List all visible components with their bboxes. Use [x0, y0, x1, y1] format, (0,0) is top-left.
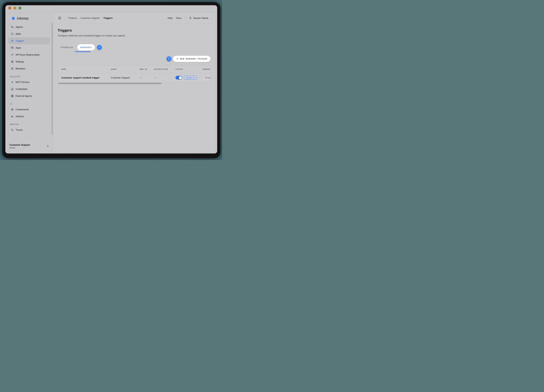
section-label: REGISTER: [10, 76, 50, 78]
divider: [65, 16, 65, 20]
sidebar-item-members[interactable]: Members: [8, 65, 50, 72]
breadcrumb: Projects › Customer Support › Triggers: [68, 17, 113, 19]
sidebar-item-label: Traces: [16, 129, 23, 131]
trigger-run-as: —: [140, 76, 154, 79]
sidebar-item-apps[interactable]: Apps: [8, 44, 50, 51]
sidebar-item-label: Settings: [16, 60, 24, 63]
tab-scheduled[interactable]: SCHEDULED: [58, 46, 76, 48]
titlebar: [5, 5, 217, 13]
traffic-lights: [8, 6, 22, 10]
user-icon: [189, 17, 192, 19]
tab-webhooks[interactable]: WEBHOOKS: [77, 44, 95, 50]
sidebar-item-components[interactable]: Components: [8, 106, 50, 113]
activity-icon: [11, 129, 14, 131]
column-header-run-as: RUN AS: [140, 68, 154, 70]
sidebar-item-traces[interactable]: Traces: [8, 126, 50, 133]
column-header-agent: AGENT: [111, 68, 140, 70]
sidebar-scrollbar[interactable]: [52, 23, 53, 135]
table-row[interactable]: Customer support zendesk trigger Custome…: [58, 73, 211, 82]
key-icon: [11, 53, 14, 56]
trigger-name: Customer support zendesk trigger: [61, 76, 111, 79]
column-header-name: NAME: [61, 68, 111, 70]
sidebar-section-ui: UI Components Artifacts: [8, 103, 50, 120]
column-header-description: DESCRIPTION: [154, 68, 176, 70]
close-window-button[interactable]: [8, 6, 11, 10]
project-name: Customer Support: [10, 143, 30, 146]
sidebar-item-label: Apps: [16, 47, 21, 49]
new-webhook-trigger-button[interactable]: NEW WEBHOOK TRIGGER: [173, 56, 211, 62]
trigger-status-cell: ENABLED: [176, 76, 203, 80]
inkeep-wordmark: inkeep: [17, 16, 29, 21]
sidebar-item-credentials[interactable]: Credentials: [8, 86, 50, 93]
sidebar-item-label: External Agents: [16, 95, 32, 97]
sidebar-item-skills[interactable]: Skills: [8, 30, 50, 37]
minimize-window-button[interactable]: [13, 6, 17, 10]
sidebar-item-label: Skills: [16, 33, 21, 35]
app-window-icon: [11, 47, 14, 49]
section-label: MONITOR: [10, 124, 50, 125]
triggers-table: NAME AGENT RUN AS DESCRIPTION STATUS WEB…: [58, 65, 211, 82]
gear-icon: [11, 60, 14, 63]
table-header-row: NAME AGENT RUN AS DESCRIPTION STATUS WEB…: [58, 65, 211, 73]
sidebar-item-api-keys[interactable]: API Keys (Deprecated): [8, 51, 50, 58]
status-toggle[interactable]: [176, 76, 182, 79]
annotation-badge-1: 1: [97, 45, 102, 50]
column-header-webhook: WEBHOO: [203, 68, 211, 70]
chevrons-up-down-icon: [47, 145, 49, 147]
app-window: inkeep Agents Skills: [5, 5, 217, 154]
topbar-right: Help Docs Gaurav Varma: [168, 16, 208, 20]
zap-icon: [11, 40, 14, 42]
sidebar-item-external-agents[interactable]: External Agents: [8, 93, 50, 100]
docs-link[interactable]: Docs: [176, 17, 182, 19]
sidebar-item-triggers[interactable]: Triggers: [8, 37, 50, 44]
mcp-icon: [11, 81, 14, 84]
library-icon: [11, 115, 14, 118]
project-info: Customer Support default: [10, 143, 30, 149]
breadcrumb-triggers: Triggers: [103, 17, 113, 19]
section-label: UI: [10, 103, 50, 105]
page-title: Triggers: [58, 28, 211, 32]
chevron-right-icon: ›: [101, 17, 102, 19]
user-name: Gaurav Varma: [193, 17, 208, 19]
active-tab-underline: [75, 51, 90, 52]
sidebar-item-artifacts[interactable]: Artifacts: [8, 113, 50, 120]
chevron-right-icon: ›: [78, 17, 79, 19]
trigger-webhook-cell: https: [203, 75, 211, 80]
project-env: default: [10, 147, 30, 149]
users-icon: [11, 67, 14, 70]
help-link[interactable]: Help: [168, 17, 172, 19]
sidebar-item-label: Credentials: [16, 88, 27, 90]
user-menu[interactable]: Gaurav Varma: [189, 17, 208, 19]
breadcrumb-projects[interactable]: Projects: [68, 17, 77, 19]
page-content: Triggers Configure webhook and scheduled…: [53, 28, 215, 84]
sidebar-item-settings[interactable]: Settings: [8, 58, 50, 65]
lock-icon: [11, 88, 14, 90]
table-horizontal-scrollbar[interactable]: [58, 83, 161, 84]
desktop-background: inkeep Agents Skills: [0, 0, 222, 160]
sidebar-nav: Agents Skills Triggers: [5, 24, 53, 133]
page-description: Configure webhook and scheduled triggers…: [58, 34, 211, 37]
component-icon: [11, 108, 14, 111]
column-header-status: STATUS: [176, 68, 203, 70]
breadcrumb-customer-support[interactable]: Customer Support: [81, 17, 100, 19]
breadcrumb-bar: Projects › Customer Support › Triggers H…: [53, 13, 215, 23]
divider: [185, 16, 185, 20]
sidebar-item-label: MCP Servers: [16, 81, 30, 83]
plus-icon: [176, 58, 178, 60]
sidebar-item-agents[interactable]: Agents: [8, 24, 50, 30]
sidebar-item-mcp-servers[interactable]: MCP Servers: [8, 79, 50, 86]
inkeep-logo-icon: [10, 16, 16, 20]
sidebar-toggle-icon[interactable]: [58, 17, 61, 20]
webhook-url-pill[interactable]: https: [203, 75, 211, 80]
sidebar-item-label: API Keys (Deprecated): [16, 53, 40, 56]
hexagon-icon: [11, 33, 14, 36]
status-badge: ENABLED: [184, 76, 197, 80]
zoom-window-button[interactable]: [18, 6, 22, 10]
tab-list: SCHEDULED WEBHOOKS 1: [58, 44, 211, 50]
main-panel: Projects › Customer Support › Triggers H…: [53, 13, 215, 152]
sidebar-section-register: REGISTER MCP Servers Credentials: [8, 76, 50, 100]
project-switcher[interactable]: Customer Support default: [10, 143, 49, 149]
sidebar-item-label: Triggers: [16, 40, 24, 42]
annotation-badge-2: 2: [166, 56, 171, 61]
sidebar-item-label: Members: [16, 67, 25, 70]
